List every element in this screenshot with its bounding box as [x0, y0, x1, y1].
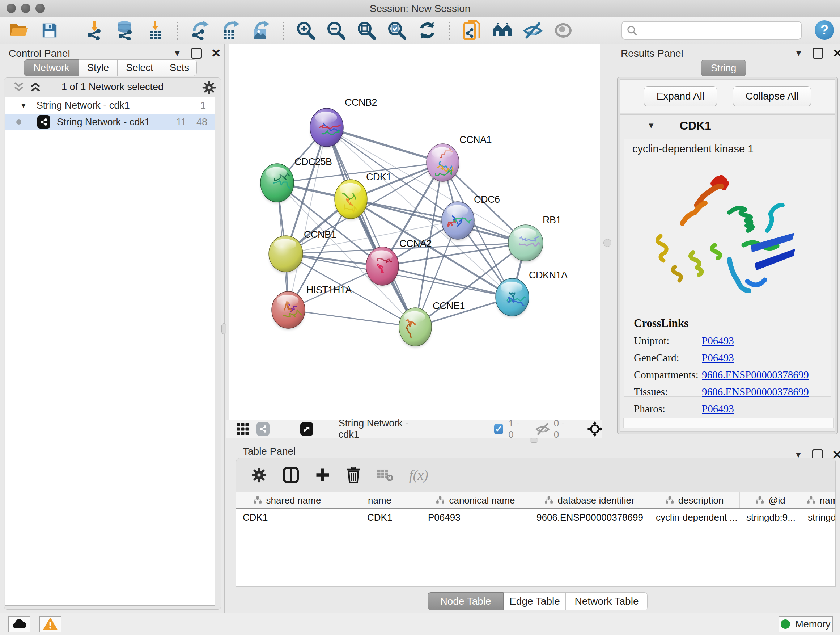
selected-checkbox-icon[interactable]: ✓: [494, 424, 504, 434]
network-edge-CCNB2-CCNE1[interactable]: [327, 127, 415, 327]
delete-column-trash-icon[interactable]: [346, 467, 361, 483]
add-column-plus-icon[interactable]: [315, 467, 330, 483]
search-input[interactable]: [638, 25, 791, 36]
gene-header-row[interactable]: ▼ CDK1: [621, 115, 835, 136]
network-node-CCNB1[interactable]: [269, 236, 303, 273]
uniprot-link[interactable]: P06493: [702, 335, 734, 347]
panel-close-icon[interactable]: ✕: [833, 49, 840, 57]
crosslink-row: Uniprot: P06493: [634, 335, 809, 347]
network-collection-row[interactable]: ▼ String Network - cdk1 1: [5, 97, 215, 114]
grid-view-icon[interactable]: [236, 423, 249, 435]
import-network-database-button[interactable]: [115, 20, 134, 41]
help-button[interactable]: ?: [815, 20, 834, 40]
network-badge-icon[interactable]: [256, 422, 270, 436]
network-node-CDKN1A[interactable]: [496, 279, 529, 317]
table-settings-gear-icon[interactable]: [251, 467, 267, 483]
gene-description: cyclin-dependent kinase 1: [632, 143, 753, 155]
column-header-database-identifier[interactable]: database identifier: [530, 492, 649, 508]
copy-style-button[interactable]: [462, 20, 482, 41]
network-node-CDC25B[interactable]: [261, 164, 294, 203]
status-bar: Memory: [0, 613, 840, 635]
tab-edge-table[interactable]: Edge Table: [504, 592, 566, 610]
panel-menu-caret-icon[interactable]: ▼: [794, 48, 803, 58]
open-folder-icon: [10, 22, 28, 38]
network-node-CCNA1[interactable]: [426, 144, 459, 182]
genecard-link[interactable]: P06493: [702, 352, 734, 364]
network-node-CDC6[interactable]: [442, 202, 474, 240]
warnings-button[interactable]: [39, 616, 62, 632]
results-scroll-strip[interactable]: [623, 418, 834, 428]
memory-label: Memory: [795, 619, 831, 630]
node-label-RB1: RB1: [543, 215, 561, 226]
network-edge-HIST1H1A-CCNE1[interactable]: [288, 310, 415, 327]
delete-table-icon[interactable]: [377, 468, 393, 482]
left-splitter-handle[interactable]: [221, 323, 226, 334]
tissues-link[interactable]: 9606.ENSP00000378699: [702, 386, 809, 398]
panel-float-icon[interactable]: [191, 48, 202, 59]
tab-string[interactable]: String: [701, 60, 746, 76]
column-header-shared-name[interactable]: shared name: [236, 492, 338, 508]
column-header-id[interactable]: @id: [740, 492, 801, 508]
network-view-canvas[interactable]: CCNB2CCNA1CDC25BCDK1CDC6RB1CCNB1CCNA2CDK…: [229, 44, 600, 420]
tab-style[interactable]: Style: [79, 59, 117, 76]
compartments-link[interactable]: 9606.ENSP00000378699: [702, 369, 809, 381]
network-node-CCNA2[interactable]: [366, 247, 399, 286]
external-window-icon[interactable]: [300, 422, 313, 436]
zoom-fit-button[interactable]: [357, 20, 376, 41]
tab-node-table[interactable]: Node Table: [428, 592, 504, 610]
column-header-name[interactable]: name: [338, 492, 422, 508]
network-node-CCNE1[interactable]: [399, 308, 431, 347]
network-node-CCNB2[interactable]: [310, 108, 351, 147]
column-header-description[interactable]: description: [649, 492, 740, 508]
warning-triangle-icon: [43, 618, 57, 631]
cloud-button[interactable]: [8, 616, 30, 632]
collapse-all-button[interactable]: Collapse All: [733, 86, 811, 106]
network-node-CDK1[interactable]: [335, 180, 367, 219]
table-row[interactable]: CDK1 CDK1 P06493 9606.ENSP00000378699 cy…: [236, 509, 835, 526]
export-network-button[interactable]: [190, 20, 210, 41]
network-edge-CCNB2-HIST1H1A[interactable]: [288, 127, 327, 310]
search-field[interactable]: [622, 21, 802, 40]
export-table-button[interactable]: [221, 20, 240, 41]
expand-all-button[interactable]: Expand All: [644, 86, 717, 106]
tab-select[interactable]: Select: [117, 59, 162, 76]
tree-expand-icon[interactable]: ▼: [20, 101, 27, 110]
tab-network[interactable]: Network: [24, 59, 79, 76]
import-table-file-button[interactable]: [145, 20, 165, 41]
refresh-view-button[interactable]: [417, 20, 437, 41]
gene-details: cyclin-dependent kinase 1: [624, 139, 831, 397]
column-header-namespace[interactable]: namespace: [801, 492, 836, 508]
panel-float-icon[interactable]: [813, 48, 823, 59]
center-view-crosshair-icon[interactable]: [587, 421, 602, 437]
panel-menu-caret-icon[interactable]: ▼: [173, 48, 182, 58]
open-session-button[interactable]: [9, 20, 29, 41]
import-network-file-button[interactable]: [85, 20, 104, 41]
pharos-link[interactable]: P06493: [702, 403, 734, 415]
network-node-HIST1H1A[interactable]: [272, 291, 306, 329]
zoom-in-button[interactable]: [296, 20, 316, 41]
home-panels-button[interactable]: [493, 20, 512, 41]
show-columns-icon[interactable]: [283, 467, 299, 483]
export-image-button[interactable]: [251, 20, 271, 41]
show-hide-graphics-details-button[interactable]: [523, 20, 543, 41]
gear-icon[interactable]: [202, 81, 216, 95]
zoom-out-button[interactable]: [326, 20, 346, 41]
birds-eye-view-button[interactable]: [554, 20, 573, 41]
tab-sets[interactable]: Sets: [162, 59, 197, 76]
network-node-RB1[interactable]: [508, 225, 543, 262]
column-header-canonical-name[interactable]: canonical name: [422, 492, 530, 508]
function-builder-icon[interactable]: f(x): [409, 467, 428, 483]
table-toolbar: f(x): [236, 458, 836, 492]
hidden-eye-slash-icon[interactable]: [535, 423, 550, 435]
memory-button[interactable]: Memory: [778, 616, 833, 632]
right-splitter-handle[interactable]: [603, 239, 611, 247]
tab-network-table[interactable]: Network Table: [566, 592, 647, 610]
zoom-selected-button[interactable]: [387, 20, 407, 41]
network-edge-CCNB2-CCNA1[interactable]: [327, 127, 443, 163]
network-row-selected[interactable]: String Network - cdk1 11 48: [5, 114, 215, 130]
panel-close-icon[interactable]: ✕: [832, 450, 840, 459]
horizontal-splitter-handle[interactable]: [530, 438, 538, 443]
panel-close-icon[interactable]: ✕: [211, 49, 221, 57]
save-session-button[interactable]: [40, 20, 59, 41]
collapse-section-icon[interactable]: ▼: [647, 121, 655, 130]
